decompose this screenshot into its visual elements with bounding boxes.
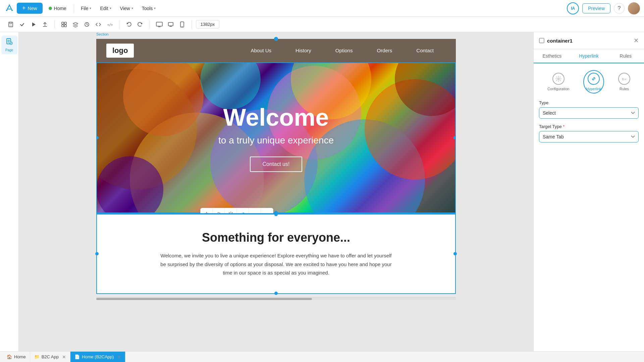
check-button[interactable] [17, 19, 28, 30]
file-label: File [81, 6, 89, 11]
panel-checkbox[interactable] [539, 38, 544, 43]
divider [74, 4, 74, 12]
bottom-tabs: 🏠 Home 📁 B2C App ✕ 📄 Home (B2CApp) ✕ [0, 351, 644, 362]
svg-point-35 [557, 78, 559, 80]
tab-esthetics[interactable]: Esthetics [534, 49, 571, 63]
tools-menu[interactable]: Tools ▾ [139, 4, 159, 13]
tools-label: Tools [142, 6, 153, 11]
tab-close-home-b2capp[interactable]: ✕ [117, 354, 121, 360]
panel-close-button[interactable]: ✕ [634, 37, 639, 44]
svg-rect-6 [62, 22, 64, 24]
below-body: Welcome, we invite you to live a unique … [159, 251, 393, 277]
mobile-button[interactable] [177, 19, 187, 30]
nav-link-orders[interactable]: Orders [365, 39, 404, 62]
nav-link-history[interactable]: History [283, 39, 323, 62]
interactions-button[interactable] [82, 19, 92, 30]
svg-text:</>: </> [107, 23, 113, 26]
element-more-btn[interactable] [261, 208, 273, 213]
element-move-btn[interactable] [201, 208, 213, 213]
panel-configuration-btn[interactable]: Configuration [545, 70, 572, 94]
save-button[interactable] [5, 19, 16, 30]
file-menu[interactable]: File ▾ [77, 4, 95, 13]
configuration-icon [552, 73, 565, 85]
element-rules-btn[interactable]: R∞ [249, 208, 261, 213]
below-handle-left[interactable] [95, 252, 99, 255]
home-tab-label: Home [54, 6, 66, 11]
code-button[interactable] [93, 19, 104, 30]
section-label: Section [96, 32, 109, 36]
svg-point-29 [217, 213, 220, 213]
toolbar-group-history [123, 19, 146, 30]
panel-header: container1 ✕ [534, 32, 644, 49]
preview-button[interactable]: Preview [582, 3, 610, 13]
home-tab[interactable]: Home [45, 4, 70, 13]
element-select-btn[interactable] [213, 208, 225, 213]
hero-cta-button[interactable]: Contact us! [250, 157, 303, 172]
sidebar-item-page[interactable]: Page [1, 36, 17, 54]
target-type-label: Target Type * [539, 124, 639, 129]
nav-link-about[interactable]: About Us [238, 39, 283, 62]
svg-rect-7 [64, 22, 66, 24]
toolbar-separator-3 [150, 20, 150, 28]
below-handle-top[interactable] [274, 213, 278, 216]
bottom-tab-home[interactable]: 🏠 Home [3, 352, 30, 362]
edit-menu[interactable]: Edit ▾ [97, 4, 114, 13]
tab-hyperlink[interactable]: Hyperlink [571, 49, 607, 63]
ia-label: IA [571, 6, 575, 11]
hero-title: Welcome [223, 104, 329, 131]
panel-hyperlink-btn[interactable]: Hyperlink [583, 70, 604, 94]
ia-button[interactable]: IA [567, 2, 579, 14]
new-button[interactable]: + New [17, 3, 43, 14]
undo-button[interactable] [123, 19, 134, 30]
toolbar-group-save [5, 19, 50, 30]
hero-section: Welcome to a truly unique experience Con… [96, 62, 456, 213]
play-button[interactable] [28, 19, 39, 30]
view-label: View [120, 6, 130, 11]
layers-button[interactable] [70, 19, 81, 30]
horizontal-scrollbar[interactable] [96, 297, 456, 300]
element-link-btn[interactable] [237, 208, 249, 213]
svg-point-15 [182, 26, 182, 27]
nav-link-contact[interactable]: Contact [404, 39, 446, 62]
nav-link-options[interactable]: Options [323, 39, 365, 62]
element-settings-btn[interactable] [225, 208, 237, 213]
desktop-full-button[interactable] [154, 19, 165, 30]
publish-button[interactable] [40, 19, 50, 30]
desktop-button[interactable] [165, 19, 176, 30]
preview-label: Preview [588, 6, 605, 11]
svg-point-1 [11, 10, 13, 11]
redo-button[interactable] [135, 19, 146, 30]
hero-subtitle: to a truly unique experience [218, 135, 334, 146]
view-menu[interactable]: View ▾ [117, 4, 137, 13]
target-type-select[interactable]: Same Tab New Tab Popup [539, 131, 639, 142]
scrollbar-thumb [96, 298, 312, 300]
toolbar-separator-2 [119, 20, 119, 28]
tab-rules[interactable]: Rules [607, 49, 644, 63]
handle-top[interactable] [274, 37, 278, 41]
hero-content: Welcome to a truly unique experience Con… [96, 62, 456, 213]
below-handle-bottom[interactable] [274, 292, 278, 295]
type-select[interactable]: Select URL Page Email Phone Anchor [539, 107, 639, 119]
components-button[interactable] [59, 19, 69, 30]
svg-rect-3 [10, 22, 12, 24]
bottom-tab-b2capp[interactable]: 📁 B2C App ✕ [30, 352, 70, 362]
help-button[interactable]: ? [614, 3, 625, 14]
chevron-down-icon: ▾ [90, 6, 91, 10]
page-icon [6, 38, 13, 47]
html-button[interactable]: </> [104, 19, 115, 30]
home-icon: 🏠 [7, 354, 12, 359]
bottom-tab-home-b2capp[interactable]: 📄 Home (B2CApp) ✕ [70, 352, 125, 362]
user-avatar[interactable] [628, 2, 640, 14]
toolbar-separator [54, 20, 55, 28]
panel-title: container1 [547, 38, 573, 44]
below-handle-right[interactable] [453, 252, 457, 255]
tab-close-b2capp[interactable]: ✕ [62, 354, 66, 360]
panel-icons-row: Configuration Hyperlink R∞ Rules [539, 70, 639, 94]
hyperlink-label: Hyperlink [586, 87, 601, 91]
panel-rules-btn[interactable]: R∞ Rules [615, 70, 633, 94]
chevron-down-icon: ▾ [110, 6, 111, 10]
left-sidebar: Page [0, 32, 19, 351]
below-fold-section: Something for everyone... Welcome, we in… [96, 213, 456, 294]
edit-label: Edit [100, 6, 108, 11]
bottom-tab-home-b2capp-label: Home (B2CApp) [82, 354, 114, 359]
